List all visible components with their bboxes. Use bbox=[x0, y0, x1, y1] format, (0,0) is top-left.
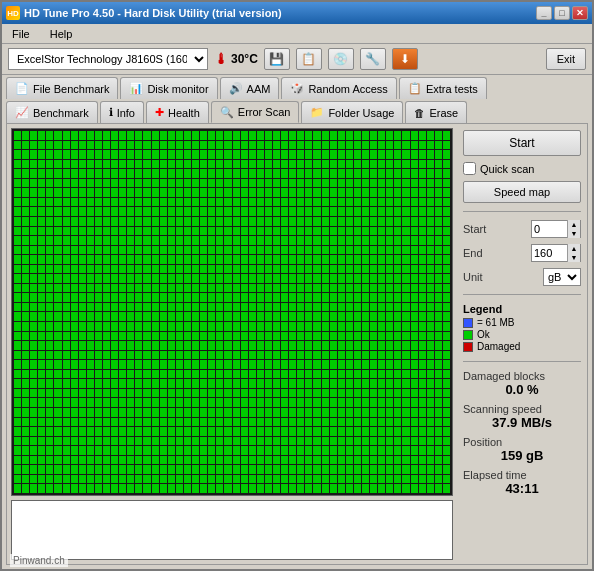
grid-cell bbox=[386, 150, 393, 159]
end-input[interactable] bbox=[532, 247, 567, 259]
unit-selector[interactable]: gB MB LBA bbox=[543, 268, 581, 286]
end-spinbox[interactable]: ▲ ▼ bbox=[531, 244, 581, 262]
grid-cell bbox=[297, 131, 304, 140]
elapsed-time-value: 43:11 bbox=[463, 481, 581, 496]
grid-cell bbox=[216, 456, 223, 465]
grid-cell bbox=[313, 160, 320, 169]
grid-cell bbox=[411, 255, 418, 264]
grid-cell bbox=[22, 475, 29, 484]
grid-cell bbox=[435, 227, 442, 236]
grid-cell bbox=[322, 408, 329, 417]
grid-cell bbox=[313, 207, 320, 216]
grid-cell bbox=[297, 293, 304, 302]
grid-cell bbox=[362, 332, 369, 341]
start-spinbox[interactable]: ▲ ▼ bbox=[531, 220, 581, 238]
grid-cell bbox=[176, 150, 183, 159]
grid-cell bbox=[38, 265, 45, 274]
grid-cell bbox=[297, 484, 304, 493]
grid-cell bbox=[46, 456, 53, 465]
grid-cell bbox=[160, 418, 167, 427]
grid-cell bbox=[135, 389, 142, 398]
grid-cell bbox=[297, 427, 304, 436]
tab-error-scan[interactable]: 🔍 Error Scan bbox=[211, 101, 300, 123]
grid-cell bbox=[402, 456, 409, 465]
grid-cell bbox=[184, 341, 191, 350]
start-down-btn[interactable]: ▼ bbox=[567, 229, 580, 238]
toolbar-btn-1[interactable]: 💾 bbox=[264, 48, 290, 70]
minimize-button[interactable]: _ bbox=[536, 6, 552, 20]
tab-file-benchmark[interactable]: 📄 File Benchmark bbox=[6, 77, 118, 99]
maximize-button[interactable]: □ bbox=[554, 6, 570, 20]
grid-cell bbox=[184, 312, 191, 321]
grid-cell bbox=[127, 284, 134, 293]
grid-cell bbox=[184, 446, 191, 455]
grid-cell bbox=[63, 141, 70, 150]
tab-benchmark[interactable]: 📈 Benchmark bbox=[6, 101, 98, 123]
start-up-btn[interactable]: ▲ bbox=[567, 220, 580, 229]
grid-cell bbox=[265, 389, 272, 398]
tab-erase[interactable]: 🗑 Erase bbox=[405, 101, 467, 123]
grid-cell bbox=[402, 293, 409, 302]
grid-cell bbox=[14, 246, 21, 255]
toolbar-btn-4[interactable]: 🔧 bbox=[360, 48, 386, 70]
speed-map-button[interactable]: Speed map bbox=[463, 181, 581, 203]
grid-cell bbox=[14, 131, 21, 140]
scanning-speed-value: 37.9 MB/s bbox=[463, 415, 581, 430]
end-down-btn[interactable]: ▼ bbox=[567, 253, 580, 262]
grid-cell bbox=[322, 370, 329, 379]
tab-health[interactable]: ✚ Health bbox=[146, 101, 209, 123]
grid-cell bbox=[330, 227, 337, 236]
end-up-btn[interactable]: ▲ bbox=[567, 244, 580, 253]
grid-cell bbox=[168, 160, 175, 169]
grid-cell bbox=[419, 141, 426, 150]
toolbar-btn-3[interactable]: 💿 bbox=[328, 48, 354, 70]
grid-cell bbox=[362, 303, 369, 312]
grid-cell bbox=[87, 341, 94, 350]
grid-cell bbox=[160, 284, 167, 293]
grid-cell bbox=[419, 332, 426, 341]
grid-cell bbox=[103, 227, 110, 236]
grid-cell bbox=[143, 351, 150, 360]
grid-cell bbox=[14, 475, 21, 484]
grid-cell bbox=[95, 475, 102, 484]
disk-selector[interactable]: ExcelStor Technology J8160S (160 gB) bbox=[8, 48, 208, 70]
grid-cell bbox=[87, 408, 94, 417]
tab-info[interactable]: ℹ Info bbox=[100, 101, 144, 123]
grid-cell bbox=[54, 398, 61, 407]
tab-aam[interactable]: 🔊 AAM bbox=[220, 77, 280, 99]
grid-cell bbox=[249, 179, 256, 188]
menu-file[interactable]: File bbox=[6, 26, 36, 42]
grid-cell bbox=[14, 484, 21, 493]
quick-scan-checkbox[interactable] bbox=[463, 162, 476, 175]
grid-cell bbox=[281, 446, 288, 455]
menu-help[interactable]: Help bbox=[44, 26, 79, 42]
grid-cell bbox=[184, 379, 191, 388]
toolbar-btn-5[interactable]: ⬇ bbox=[392, 48, 418, 70]
close-button[interactable]: ✕ bbox=[572, 6, 588, 20]
grid-cell bbox=[249, 246, 256, 255]
grid-cell bbox=[224, 360, 231, 369]
tab-extra-tests[interactable]: 📋 Extra tests bbox=[399, 77, 487, 99]
toolbar-btn-2[interactable]: 📋 bbox=[296, 48, 322, 70]
info-icon: ℹ bbox=[109, 106, 113, 119]
tab-disk-monitor[interactable]: 📊 Disk monitor bbox=[120, 77, 217, 99]
grid-cell bbox=[30, 265, 37, 274]
grid-cell bbox=[38, 236, 45, 245]
exit-button[interactable]: Exit bbox=[546, 48, 586, 70]
benchmark-label: Benchmark bbox=[33, 107, 89, 119]
grid-cell bbox=[135, 408, 142, 417]
grid-cell bbox=[411, 217, 418, 226]
grid-cell bbox=[322, 303, 329, 312]
grid-cell bbox=[54, 437, 61, 446]
start-button[interactable]: Start bbox=[463, 130, 581, 156]
tab-random-access[interactable]: 🎲 Random Access bbox=[281, 77, 396, 99]
start-input[interactable] bbox=[532, 223, 567, 235]
grid-cell bbox=[176, 293, 183, 302]
grid-cell bbox=[168, 141, 175, 150]
grid-cell bbox=[30, 322, 37, 331]
grid-cell bbox=[370, 131, 377, 140]
grid-cell bbox=[338, 351, 345, 360]
tab-folder-usage[interactable]: 📁 Folder Usage bbox=[301, 101, 403, 123]
grid-cell bbox=[79, 484, 86, 493]
grid-cell bbox=[370, 284, 377, 293]
